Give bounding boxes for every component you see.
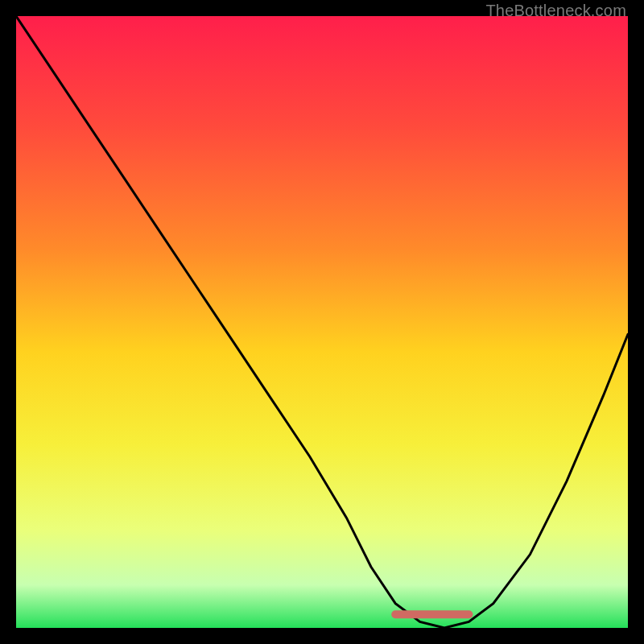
gradient-background xyxy=(16,16,628,628)
bottleneck-chart xyxy=(16,16,628,628)
chart-frame xyxy=(16,16,628,628)
